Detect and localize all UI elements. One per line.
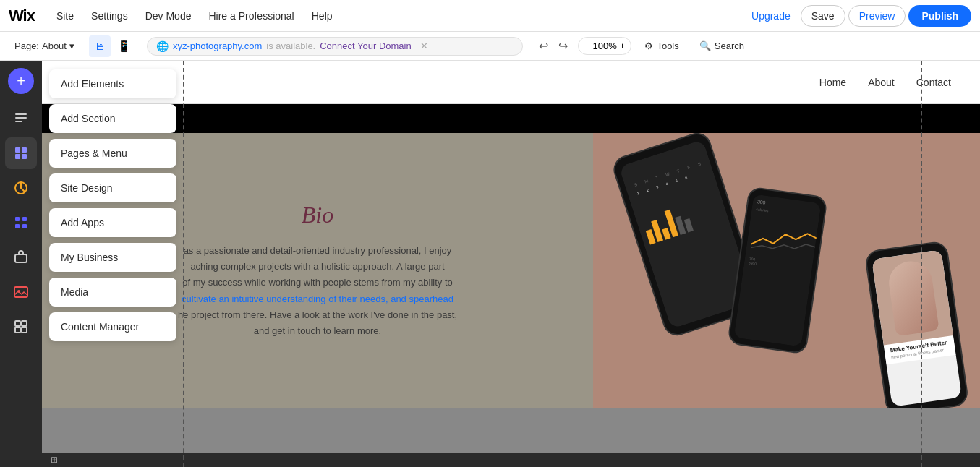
svg-rect-6 (22, 154, 27, 159)
publish-button[interactable]: Publish (908, 5, 971, 27)
svg-rect-9 (22, 217, 27, 221)
bio-text-3: of my success while working with people … (182, 277, 453, 288)
add-icon[interactable]: + (8, 68, 34, 94)
zoom-level: 100% (593, 40, 617, 51)
zoom-increase-icon: + (620, 40, 626, 51)
menu-item-content-manager[interactable]: Content Manager (49, 312, 176, 341)
site-nav-home: Home (819, 77, 846, 88)
device-toggle: 🖥 📱 (89, 35, 135, 57)
nav-site[interactable]: Site (48, 0, 82, 32)
svg-rect-4 (22, 147, 27, 153)
nav-help[interactable]: Help (303, 0, 341, 32)
menu-item-my-business[interactable]: My Business (49, 243, 176, 272)
phone-3: Make Yourself Better new personal fitnes… (864, 240, 970, 408)
tools-icon: ⚙ (644, 40, 653, 51)
nav-settings[interactable]: Settings (82, 0, 137, 32)
page-selector[interactable]: Page: About ▾ (9, 38, 80, 54)
cal-cell: T (673, 168, 683, 175)
cal-cell: W (662, 171, 673, 178)
main-area: + (0, 61, 980, 467)
bio-text-4: cultivate an intuitive understanding of … (182, 294, 409, 304)
nav-devmode[interactable]: Dev Mode (137, 0, 200, 32)
canvas-area[interactable]: ✦Photography Home About Contact Bio as a… (42, 61, 980, 467)
wix-logo: Wix (9, 7, 35, 25)
cal-date: 4 (662, 181, 671, 187)
menu-item-media[interactable]: Media (49, 278, 176, 307)
mobile-icon[interactable]: 📱 (114, 35, 135, 57)
zoom-decrease-icon: − (584, 40, 590, 51)
url-bar: 🌐 xyz-photography.com is available. Conn… (147, 37, 523, 56)
bio-text-6: and get in touch to learn more. (254, 325, 381, 336)
connect-domain-link[interactable]: Connect Your Domain (320, 40, 411, 51)
search-icon: 🔍 (699, 40, 711, 51)
bio-text-4b: spearhead (409, 294, 453, 304)
cal-cell: M (641, 178, 652, 185)
url-status: is available. (266, 40, 315, 51)
chart-bar (684, 218, 694, 233)
phone2-chart (750, 215, 819, 260)
svg-rect-8 (15, 217, 20, 221)
svg-rect-2 (15, 121, 22, 122)
undo-button[interactable]: ↩ (534, 36, 553, 56)
sidebar-media-icon[interactable] (5, 276, 37, 308)
cal-date: 3 (652, 184, 662, 190)
page-name: About (42, 40, 67, 51)
menu-item-add-elements[interactable]: Add Elements (49, 69, 176, 98)
left-sidebar: + (0, 61, 42, 467)
svg-rect-11 (22, 224, 27, 228)
sidebar-pages-icon[interactable] (5, 103, 37, 134)
save-button[interactable]: Save (801, 5, 845, 27)
url-text: xyz-photography.com (173, 40, 262, 51)
menu-item-pages-menu[interactable]: Pages & Menu (49, 139, 176, 168)
search-button[interactable]: 🔍 Search (692, 38, 751, 54)
phone3-image (872, 249, 953, 345)
svg-rect-1 (15, 117, 27, 119)
sidebar-design-icon[interactable] (5, 172, 37, 204)
nav-hire[interactable]: Hire a Professional (200, 0, 302, 32)
svg-rect-10 (15, 224, 20, 228)
menu-item-add-section[interactable]: Add Section (49, 104, 176, 133)
svg-rect-3 (15, 147, 20, 153)
zoom-control[interactable]: − 100% + (578, 37, 631, 55)
redo-button[interactable]: ↪ (554, 36, 572, 56)
desktop-icon[interactable]: 🖥 (89, 35, 111, 57)
sidebar-elements-icon[interactable] (5, 137, 37, 169)
svg-rect-17 (15, 327, 20, 333)
cal-cell: S (631, 181, 642, 189)
layers-icon[interactable]: ⊞ (51, 455, 58, 465)
site-nav-about: About (868, 77, 895, 88)
sidebar-apps-icon[interactable] (5, 207, 37, 239)
cal-cell: F (683, 164, 694, 171)
tools-button[interactable]: ⚙ Tools (637, 38, 686, 54)
bio-text-1: as a passionate and detail-oriented indu… (184, 245, 452, 256)
svg-rect-0 (15, 113, 27, 115)
bio-title: Bio (302, 202, 333, 228)
guide-line-left (183, 61, 184, 467)
bio-text-2: aching complex projects with a holistic … (190, 261, 444, 272)
cal-cell: T (652, 174, 662, 181)
cal-date: 6 (681, 174, 691, 181)
chart-bar (662, 228, 670, 240)
menu-item-site-design[interactable]: Site Design (49, 173, 176, 202)
tools-label: Tools (657, 40, 678, 51)
cal-date: 2 (643, 187, 652, 193)
top-navbar: Wix Site Settings Dev Mode Hire a Profes… (0, 0, 980, 32)
svg-rect-13 (14, 287, 27, 297)
preview-button[interactable]: Preview (848, 5, 906, 27)
svg-rect-18 (22, 327, 27, 333)
bio-text: as a passionate and detail-oriented indu… (178, 243, 457, 339)
undo-redo-group: ↩ ↪ (534, 36, 572, 56)
phone-2: 300 calories 700 3900 (727, 186, 828, 354)
site-nav-links: Home About Contact (819, 77, 951, 88)
svg-rect-12 (15, 254, 27, 262)
sidebar-content-icon[interactable] (5, 311, 37, 343)
upgrade-link[interactable]: Upgrade (744, 10, 798, 22)
bio-text-5: he project from there. Have a look at th… (178, 309, 457, 320)
page-label: Page: (14, 40, 39, 51)
guide-line-right (921, 61, 922, 467)
menu-item-add-apps[interactable]: Add Apps (49, 208, 176, 237)
close-url-icon[interactable]: ✕ (420, 40, 428, 51)
top-right-actions: Upgrade Save Preview Publish (744, 5, 971, 27)
sidebar-business-icon[interactable] (5, 241, 37, 273)
globe-icon: 🌐 (156, 40, 169, 52)
